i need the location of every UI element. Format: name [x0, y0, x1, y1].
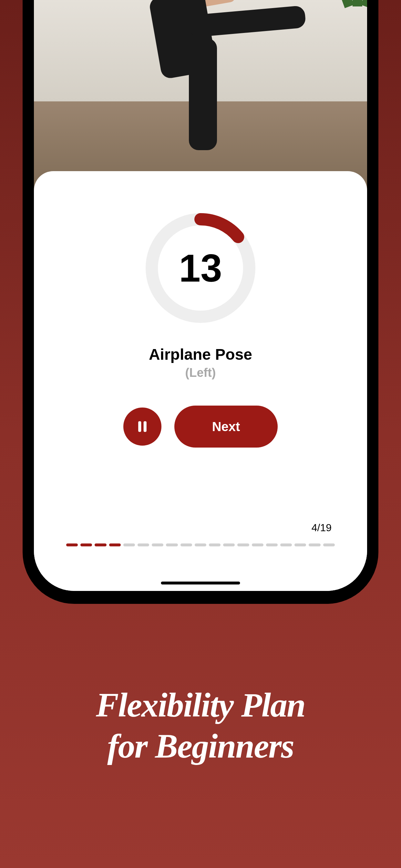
player-controls: Next: [123, 406, 278, 447]
progress-segment: [166, 544, 178, 547]
progress-segment: [323, 544, 335, 547]
progress-bar: [66, 544, 335, 547]
progress-segment: [309, 544, 320, 547]
workout-card: 13 Airplane Pose (Left) Next 4/19: [34, 171, 367, 591]
progress-segment: [66, 544, 78, 547]
exercise-side: (Left): [185, 366, 216, 380]
countdown-timer: 13: [146, 213, 255, 323]
exercise-name: Airplane Pose: [149, 345, 252, 363]
svg-rect-2: [138, 422, 141, 432]
step-counter: 4/19: [312, 522, 332, 534]
marketing-line-2: for Beginners: [107, 727, 294, 765]
marketing-line-1: Flexibility Plan: [96, 686, 305, 724]
phone-screen: 13 Airplane Pose (Left) Next 4/19: [34, 0, 367, 591]
progress-segment: [223, 544, 235, 547]
progress-segment: [266, 544, 278, 547]
progress-segment: [181, 544, 192, 547]
progress-segment: [195, 544, 206, 547]
progress-segment: [280, 544, 292, 547]
progress-segment: [95, 544, 106, 547]
progress-segment: [123, 544, 135, 547]
svg-rect-3: [144, 422, 147, 432]
exercise-demonstration-image: [34, 0, 367, 200]
phone-frame: 13 Airplane Pose (Left) Next 4/19: [23, 0, 378, 604]
marketing-tagline: Flexibility Plan for Beginners: [0, 685, 401, 767]
pause-icon: [135, 420, 150, 434]
progress-segment: [237, 544, 249, 547]
progress-segment: [81, 544, 92, 547]
progress-segment: [152, 544, 163, 547]
pause-button[interactable]: [123, 407, 161, 445]
home-indicator[interactable]: [161, 582, 240, 585]
progress-segment: [137, 544, 149, 547]
next-button[interactable]: Next: [174, 406, 278, 447]
progress-segment: [295, 544, 306, 547]
workout-progress: 4/19: [50, 522, 351, 547]
progress-segment: [209, 544, 220, 547]
progress-segment: [109, 544, 121, 547]
progress-segment: [252, 544, 264, 547]
